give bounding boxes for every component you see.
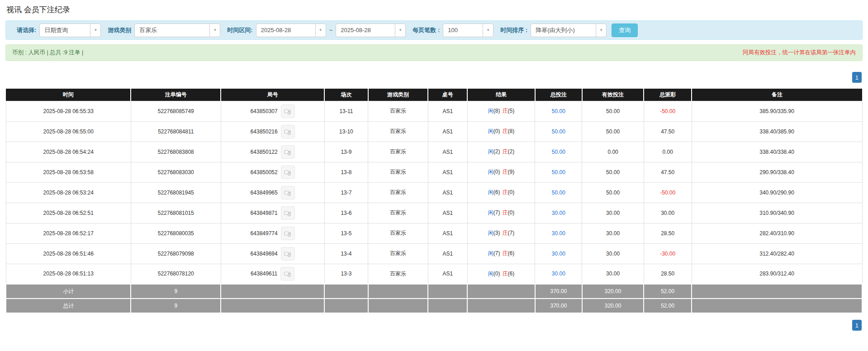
cell-time: 2025-08-28 06:52:17	[6, 223, 131, 243]
total-valid-bet: 320.00	[582, 299, 644, 313]
filter-bar: 请选择: 日期查询 ▼ 游戏类别 百家乐 ▼ 时间区间: 2025-08-28 …	[5, 20, 863, 40]
date-to-picker[interactable]: 2025-08-28 ▼	[336, 24, 406, 37]
table-row: 2025-08-28 06:52:51 522768081015 6438498…	[6, 203, 862, 223]
total-bet-link[interactable]: 30.00	[552, 251, 565, 257]
date-range-separator: ~	[329, 27, 333, 33]
result-banker-count: (6)	[508, 250, 515, 256]
valid-bet-notice: 同局有效投注，统一计算在该局第一张注单内	[743, 49, 856, 57]
cell-bet-id: 522768079098	[131, 243, 221, 264]
chevron-down-icon[interactable]: ▼	[483, 24, 493, 37]
search-button[interactable]: 查询	[612, 24, 638, 37]
cell-bet-id: 522768078120	[131, 264, 221, 284]
result-banker-count: (7)	[508, 230, 515, 236]
total-bet-link[interactable]: 50.00	[552, 108, 565, 114]
video-replay-icon	[284, 250, 292, 258]
total-payout: 52.00	[644, 299, 692, 313]
cell-result: 闲(2)庄(2)	[467, 142, 535, 162]
chevron-down-icon[interactable]: ▼	[315, 24, 326, 37]
chevron-down-icon[interactable]: ▼	[596, 24, 606, 37]
cell-valid-bet: 50.00	[582, 182, 644, 203]
cell-note: 282.40/310.90	[692, 223, 862, 243]
cell-valid-bet: 0.00	[582, 142, 644, 162]
cell-result: 闲(0)庄(6)	[467, 264, 535, 284]
query-type-select[interactable]: 日期查询 ▼	[39, 24, 101, 37]
total-bet-link[interactable]: 50.00	[552, 149, 565, 155]
cell-session: 13-6	[324, 203, 368, 223]
table-row: 2025-08-28 06:51:46 522768079098 6438496…	[6, 243, 862, 264]
cell-round-id: 643849774	[221, 223, 324, 243]
total-bet-link[interactable]: 30.00	[552, 270, 565, 277]
date-from-picker[interactable]: 2025-08-28 ▼	[256, 24, 326, 37]
cell-time: 2025-08-28 06:53:58	[6, 162, 131, 182]
result-banker-label: 庄	[503, 108, 508, 114]
cell-time: 2025-08-28 06:55:33	[6, 101, 131, 121]
cell-payout: 28.50	[644, 264, 692, 284]
cell-result: 闲(0)庄(8)	[467, 121, 535, 142]
total-bet-link[interactable]: 50.00	[552, 169, 565, 176]
video-replay-button[interactable]	[281, 206, 295, 220]
cell-table-no: AS1	[428, 223, 467, 243]
header-time: 时间	[6, 89, 131, 101]
chevron-down-icon[interactable]: ▼	[395, 24, 405, 37]
cell-table-no: AS1	[428, 162, 467, 182]
result-banker-count: (2)	[508, 148, 515, 155]
video-replay-button[interactable]	[281, 104, 295, 118]
total-bet-link[interactable]: 50.00	[552, 128, 565, 135]
cell-note: 310.90/340.90	[692, 203, 862, 223]
table-totals: 小计 9 370.00 320.00 52.00 总计 9 3	[6, 284, 862, 313]
cell-time: 2025-08-28 06:55:00	[6, 121, 131, 142]
cell-result: 闲(7)庄(0)	[467, 203, 535, 223]
result-banker-count: (8)	[508, 128, 515, 134]
cell-payout: 28.50	[644, 223, 692, 243]
date-to-value: 2025-08-28	[336, 24, 395, 37]
table-header: 时间 注单编号 局号 场次 游戏类别 桌号 结果 总投注 有效投注 总派彩 备注	[6, 89, 862, 101]
cell-total-bet: 50.00	[535, 142, 582, 162]
empty-cell	[221, 284, 324, 299]
game-type-select[interactable]: 百家乐 ▼	[134, 24, 220, 37]
video-replay-icon	[284, 209, 292, 217]
cell-valid-bet: 30.00	[582, 203, 644, 223]
cell-payout: 47.50	[644, 162, 692, 182]
cell-payout: -30.00	[644, 243, 692, 264]
cell-valid-bet: 30.00	[582, 223, 644, 243]
video-replay-button[interactable]	[281, 125, 295, 138]
pagination-top: 1	[5, 72, 862, 83]
total-bet-link[interactable]: 30.00	[552, 230, 565, 237]
header-round-id: 局号	[221, 89, 324, 101]
cell-total-bet: 50.00	[535, 182, 582, 203]
time-sort-select[interactable]: 降幂(由大到小) ▼	[531, 24, 607, 37]
cell-time: 2025-08-28 06:54:24	[6, 142, 131, 162]
video-replay-button[interactable]	[281, 247, 295, 261]
video-replay-icon	[284, 270, 292, 278]
total-count: 9	[131, 299, 221, 313]
result-player-count: (6)	[493, 189, 500, 195]
result-banker-count: (0)	[508, 189, 515, 195]
page: 视讯 会员下注纪录 请选择: 日期查询 ▼ 游戏类别 百家乐 ▼ 时间区间: 2…	[0, 5, 868, 331]
pagination-bottom: 1	[5, 320, 862, 331]
page-size-select[interactable]: 100 ▼	[443, 24, 493, 37]
video-replay-button[interactable]	[281, 186, 295, 199]
round-id-value: 643849871	[251, 210, 278, 216]
time-sort-label: 时间排序 :	[500, 26, 527, 34]
result-banker-label: 庄	[503, 250, 508, 256]
empty-cell	[221, 299, 324, 313]
video-replay-icon	[284, 168, 292, 176]
total-bet-link[interactable]: 30.00	[552, 210, 565, 216]
video-replay-button[interactable]	[281, 145, 295, 159]
page-1-button[interactable]: 1	[852, 320, 862, 331]
cell-valid-bet: 30.00	[582, 243, 644, 264]
chevron-down-icon[interactable]: ▼	[90, 24, 100, 37]
query-type-label: 请选择:	[17, 26, 36, 34]
page-1-button[interactable]: 1	[852, 72, 862, 83]
video-replay-button[interactable]	[281, 166, 295, 179]
cell-bet-id: 522768083808	[131, 142, 221, 162]
cell-game-type: 百家乐	[368, 121, 428, 142]
video-replay-button[interactable]	[280, 267, 294, 280]
video-replay-icon	[284, 229, 292, 237]
cell-round-id: 643849871	[221, 203, 324, 223]
video-replay-button[interactable]	[281, 227, 295, 240]
subtotal-valid-bet: 320.00	[582, 284, 644, 299]
total-bet-link[interactable]: 50.00	[552, 190, 565, 196]
chevron-down-icon[interactable]: ▼	[209, 24, 220, 37]
cell-valid-bet: 50.00	[582, 121, 644, 142]
